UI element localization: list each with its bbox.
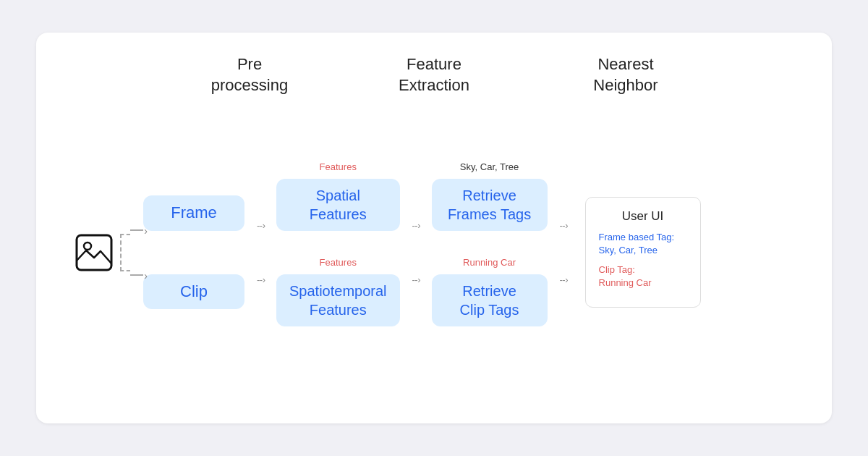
- spatial-features-box: SpatialFeatures: [276, 179, 400, 231]
- user-ui-frame-section: Frame based Tag:Sky, Car, Tree: [599, 231, 687, 257]
- user-ui-title: User UI: [599, 209, 687, 224]
- retrieve-clip-segment: Running Car RetrieveClip Tags: [432, 274, 548, 326]
- user-ui-card: User UI Frame based Tag:Sky, Car, Tree C…: [585, 197, 701, 308]
- features-label-1: Features: [320, 161, 357, 172]
- feature-extraction-column: Features SpatialFeatures Features Spatio…: [276, 179, 400, 326]
- user-ui-clip-section: Clip Tag:Running Car: [599, 263, 687, 290]
- nearest-neighbor-column: Sky, Car, Tree RetrieveFrames Tags Runni…: [432, 179, 548, 326]
- arrow-frame-spatial: - - ›: [247, 220, 273, 231]
- arrows-1: - - › - - ›: [247, 220, 273, 285]
- spatiotemporal-segment: Features SpatiotemporalFeatures: [276, 274, 400, 326]
- retrieve-frames-segment: Sky, Car, Tree RetrieveFrames Tags: [432, 179, 548, 231]
- user-ui-frame-label: Frame based Tag:Sky, Car, Tree: [599, 231, 687, 257]
- spatial-segment: Features SpatialFeatures: [276, 179, 400, 231]
- header-preprocessing: Preprocessing: [181, 54, 318, 96]
- header-feature: FeatureExtraction: [354, 54, 514, 96]
- features-label-2: Features: [320, 257, 357, 268]
- header-neighbor: NearestNeighbor: [542, 54, 709, 96]
- nn-label-2: Running Car: [463, 257, 516, 268]
- image-icon: [75, 233, 114, 272]
- arrows-3: - - › - - ›: [550, 220, 576, 285]
- svg-rect-0: [77, 235, 111, 270]
- arrow-spatial-retrieve-frames: - - ›: [403, 220, 429, 231]
- arrow-retrieve-frames-ui: - - ›: [550, 220, 576, 231]
- nn-label-1: Sky, Car, Tree: [460, 161, 519, 172]
- retrieve-clip-box: RetrieveClip Tags: [432, 274, 548, 326]
- spatiotemporal-features-box: SpatiotemporalFeatures: [276, 274, 400, 326]
- user-ui-clip-label: Clip Tag:Running Car: [599, 263, 687, 290]
- frame-box: Frame: [143, 195, 244, 231]
- clip-box: Clip: [143, 274, 244, 310]
- arrows-2: - - › - - ›: [403, 220, 429, 285]
- svg-point-1: [84, 242, 91, 250]
- image-icon-wrap: [65, 233, 123, 272]
- diagram-area: › › Frame Clip - - › - - ›: [65, 103, 803, 402]
- column-headers: Preprocessing FeatureExtraction NearestN…: [65, 54, 803, 96]
- main-card: Preprocessing FeatureExtraction NearestN…: [36, 33, 832, 423]
- arrow-clip-spatiotemporal: - - ›: [247, 274, 273, 285]
- retrieve-frames-box: RetrieveFrames Tags: [432, 179, 548, 231]
- preprocessing-column: Frame Clip: [143, 195, 244, 309]
- arrow-spatiotemporal-retrieve-clip: - - ›: [403, 274, 429, 285]
- arrow-retrieve-clip-ui: - - ›: [550, 274, 576, 285]
